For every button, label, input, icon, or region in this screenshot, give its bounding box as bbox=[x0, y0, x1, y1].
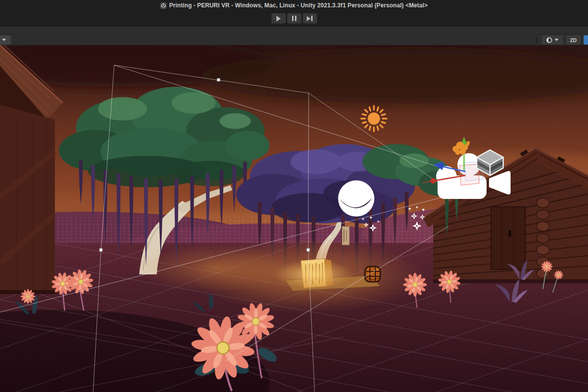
window-title: Printing - PERURI VR - Windows, Mac, Lin… bbox=[169, 2, 428, 9]
scene-view-toolbar: 2D bbox=[0, 34, 588, 46]
chevron-down-icon bbox=[2, 39, 6, 41]
directional-light-sun-gizmo[interactable] bbox=[361, 106, 387, 131]
chevron-down-icon bbox=[555, 39, 559, 41]
play-button[interactable] bbox=[271, 13, 286, 24]
unity-logo-icon bbox=[160, 2, 167, 9]
toolbar-separator bbox=[537, 37, 538, 44]
pause-button[interactable] bbox=[287, 13, 301, 24]
cabin-door[interactable] bbox=[491, 207, 525, 270]
pause-icon bbox=[292, 16, 296, 21]
tool-handle-dropdown[interactable] bbox=[0, 35, 11, 45]
toggle-2d-button[interactable]: 2D bbox=[566, 35, 581, 45]
shading-mode-dropdown[interactable] bbox=[541, 35, 563, 45]
scene-tab-strip bbox=[0, 26, 588, 34]
shaded-sphere-icon bbox=[546, 37, 553, 44]
moon-gizmo[interactable] bbox=[338, 180, 374, 217]
tree-base-mist bbox=[137, 244, 294, 293]
window-titlebar: Printing - PERURI VR - Windows, Mac, Lin… bbox=[0, 0, 588, 11]
play-icon bbox=[276, 16, 281, 22]
toggle-2d-label: 2D bbox=[570, 37, 577, 43]
scene-view[interactable] bbox=[0, 45, 588, 392]
door-handle bbox=[509, 230, 511, 237]
step-frame-icon bbox=[307, 16, 313, 21]
scene-lighting-toggle[interactable] bbox=[584, 35, 588, 45]
scene-render[interactable] bbox=[0, 45, 588, 392]
playmode-toolbar bbox=[0, 11, 588, 26]
step-button[interactable] bbox=[303, 13, 317, 24]
